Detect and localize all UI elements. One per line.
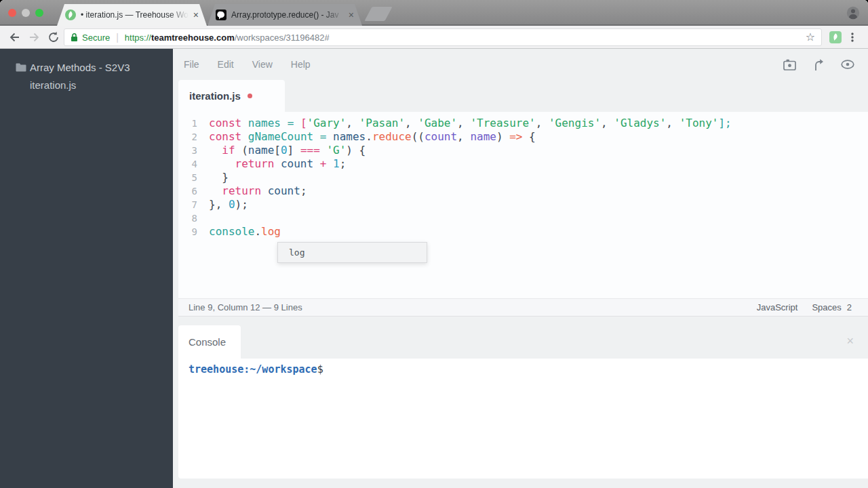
- workspace-app: Array Methods - S2V3 iteration.js FileEd…: [0, 49, 868, 488]
- code-token: ,: [457, 130, 470, 143]
- browser-window: • iteration.js — Treehouse Wor × Array.p…: [0, 0, 868, 488]
- url-path: /workspaces/31196482#: [235, 33, 330, 43]
- browser-tab-mdn[interactable]: Array.prototype.reduce() - Jav ×: [208, 4, 362, 26]
- code-token: ];: [718, 117, 731, 129]
- sidebar-item-project[interactable]: Array Methods - S2V3: [30, 62, 130, 73]
- code-text[interactable]: const names = ['Gary', 'Pasan', 'Gabe', …: [209, 117, 732, 130]
- prompt-symbol: $: [317, 363, 323, 375]
- url-scheme: https://: [125, 33, 151, 43]
- code-token: [326, 130, 333, 143]
- back-icon[interactable]: [7, 30, 21, 44]
- address-bar[interactable]: Secure | https://teamtreehouse.com/works…: [64, 28, 822, 46]
- code-line: 8: [178, 211, 868, 225]
- new-tab-button[interactable]: [364, 7, 392, 21]
- code-line: 2const gNameCount = names.reduce((count,…: [178, 130, 868, 144]
- console-close-icon[interactable]: ×: [846, 335, 854, 347]
- tab-title: Array.prototype.reduce() - Jav: [231, 10, 344, 20]
- line-number: 6: [178, 184, 209, 198]
- console-tab[interactable]: Console: [178, 325, 241, 359]
- treehouse-favicon: [65, 9, 76, 20]
- code-token: ,: [601, 117, 614, 129]
- code-line: 5 }: [178, 171, 868, 184]
- code-token: console: [209, 225, 254, 238]
- window-close-button[interactable]: [8, 9, 16, 17]
- window-minimize-button[interactable]: [22, 9, 30, 17]
- code-token: 1: [333, 157, 340, 170]
- code-token: [294, 117, 300, 129]
- prompt-path: treehouse:~/workspace: [189, 363, 317, 375]
- workspace-toolbar-icons: [783, 49, 868, 80]
- security-label: Secure: [82, 33, 110, 43]
- code-token: ]: [288, 144, 300, 157]
- code-text[interactable]: if (name[0] === 'G') {: [209, 144, 366, 157]
- line-number: 4: [178, 157, 209, 171]
- menu-item-help[interactable]: Help: [291, 59, 311, 70]
- code-token: 'Gabe': [418, 117, 457, 129]
- menu-item-view[interactable]: View: [252, 59, 273, 70]
- menu-item-file[interactable]: File: [184, 59, 199, 70]
- tab-title: • iteration.js — Treehouse Wor: [81, 10, 189, 20]
- browser-tab-workspace[interactable]: • iteration.js — Treehouse Wor ×: [57, 4, 207, 26]
- browser-menu-icon[interactable]: [846, 31, 859, 43]
- code-token: 0: [281, 144, 288, 157]
- code-token: gNameCount: [248, 130, 313, 143]
- code-text[interactable]: }: [209, 171, 229, 184]
- indent-type-label[interactable]: Spaces: [812, 302, 841, 312]
- code-token: ,: [405, 117, 418, 129]
- code-token: name: [248, 144, 275, 157]
- url-host: teamtreehouse.com: [151, 33, 235, 43]
- code-token: [241, 117, 248, 129]
- snapshot-camera-icon[interactable]: [783, 59, 796, 70]
- language-mode-label[interactable]: JavaScript: [757, 302, 798, 312]
- menu-item-edit[interactable]: Edit: [218, 59, 234, 70]
- tab-close-icon[interactable]: ×: [193, 10, 199, 20]
- workspace-main: FileEditViewHelp iteration.js: [173, 49, 868, 488]
- code-token: +: [320, 157, 327, 170]
- code-token: [313, 130, 320, 143]
- console-terminal[interactable]: treehouse:~/workspace$: [178, 359, 868, 479]
- code-area: 1const names = ['Gary', 'Pasan', 'Gabe',…: [178, 117, 868, 239]
- code-token: log: [261, 225, 281, 238]
- code-token: .: [254, 225, 261, 238]
- code-token: 'G': [326, 144, 346, 157]
- sidebar-item-file[interactable]: iteration.js: [30, 79, 76, 91]
- file-sidebar: Array Methods - S2V3 iteration.js: [0, 49, 173, 488]
- profile-icon[interactable]: [846, 6, 860, 20]
- indent-size-label[interactable]: 2: [847, 302, 852, 312]
- autocomplete-item[interactable]: log: [278, 243, 427, 262]
- reload-icon[interactable]: [47, 30, 60, 44]
- code-text[interactable]: console.log: [209, 225, 281, 239]
- code-token: count: [281, 157, 313, 170]
- code-token: 'Gary': [307, 117, 347, 129]
- editor-file-tab[interactable]: iteration.js: [178, 80, 285, 112]
- code-editor[interactable]: 1const names = ['Gary', 'Pasan', 'Gabe',…: [178, 112, 868, 298]
- code-token: names: [333, 130, 366, 143]
- code-text[interactable]: const gNameCount = names.reduce((count, …: [209, 130, 536, 144]
- window-zoom-button[interactable]: [35, 9, 43, 17]
- code-text[interactable]: }, 0);: [209, 198, 248, 211]
- line-number: 8: [178, 211, 209, 225]
- cursor-position-label: Line 9, Column 12 — 9 Lines: [178, 302, 302, 312]
- terminal-prompt: treehouse:~/workspace$: [189, 363, 868, 375]
- extension-icon[interactable]: [829, 31, 842, 43]
- code-token: ,: [457, 117, 470, 129]
- code-line: 7}, 0);: [178, 198, 868, 211]
- code-token: 'Gladys': [614, 117, 666, 129]
- forward-icon[interactable]: [28, 30, 41, 44]
- autocomplete-popup: log: [277, 242, 427, 263]
- bookmark-star-icon[interactable]: ☆: [806, 32, 815, 43]
- code-text[interactable]: return count;: [209, 184, 307, 198]
- preview-eye-icon[interactable]: [841, 60, 854, 69]
- code-text[interactable]: return count + 1;: [209, 157, 346, 171]
- code-token: =: [320, 130, 327, 143]
- code-line: 6 return count;: [178, 184, 868, 198]
- tab-close-icon[interactable]: ×: [349, 10, 354, 20]
- code-token: .: [366, 130, 372, 143]
- code-token: [209, 157, 235, 170]
- url-divider: |: [116, 32, 119, 43]
- code-token: const: [209, 117, 241, 129]
- fork-icon[interactable]: [812, 58, 825, 71]
- code-token: [209, 184, 222, 197]
- code-token: ===: [300, 144, 320, 157]
- code-token: ,: [346, 117, 359, 129]
